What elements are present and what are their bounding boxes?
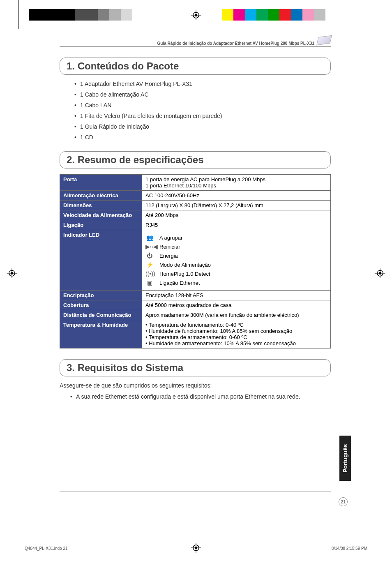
section-title-text: 3. Requisitos do Sistema [67, 362, 324, 374]
spec-label: Cobertura [60, 300, 142, 310]
footer-rule [60, 491, 331, 491]
spec-value: Aproximadamente 300M (varia em função do… [142, 310, 331, 320]
document-title: Guia Rápido de Iniciação do Adaptador Et… [60, 41, 331, 46]
cut-mark [18, 0, 18, 29]
section-heading-2: 2. Resumo de especificações [60, 151, 331, 168]
led-label: Ligação Ethernet [159, 280, 200, 286]
spec-label: Ligação [60, 220, 142, 230]
system-req-intro: Assegure-se de que são cumpridos os segu… [60, 382, 331, 389]
list-item: 1 CD [80, 134, 331, 141]
section-heading-1: 1. Conteúdos do Pacote [60, 58, 331, 75]
list-item: 1 Adaptador Ethernet AV HomePlug PL-X31 [80, 81, 331, 87]
table-row: Dimensões 112 (Largura) X 80 (Diâmetro) … [60, 201, 331, 210]
spec-label: Porta [60, 175, 142, 191]
spec-label: Indicador LED [60, 230, 142, 291]
spec-value-line: • Temperatura de funcionamento: 0-40 ºC [145, 322, 327, 328]
running-header: Guia Rápido de Iniciação do Adaptador Et… [60, 41, 331, 47]
page-content: Guia Rápido de Iniciação do Adaptador Et… [60, 37, 331, 404]
spec-value: 1 porta de energia AC para HomePlug a 20… [142, 175, 331, 191]
spec-value: • Temperatura de funcionamento: 0-40 ºC … [142, 320, 331, 348]
spec-value-line: 1 porta Ethernet 10/100 Mbps [145, 182, 327, 189]
registration-mark-icon [191, 542, 201, 553]
system-req-list: A sua rede Ethernet está configurada e e… [60, 393, 331, 401]
spec-label: Temperatura & Humidade [60, 320, 142, 348]
reset-icon: ▶○◀ [145, 243, 154, 250]
spec-value-line: • Temperatura de armazenamento: 0-60 ºC [145, 334, 327, 340]
spec-value: 112 (Largura) X 80 (Diâmetro) X 27,2 (Al… [142, 201, 331, 210]
spec-value: Até 5000 metros quadrados de casa [142, 300, 331, 310]
printer-colorbar-left [29, 9, 132, 21]
spec-value-line: 1 porta de energia AC para HomePlug a 20… [145, 176, 327, 182]
led-label: HomePlug 1.0 Detect [159, 271, 210, 277]
led-label: Reiniciar [159, 244, 180, 250]
spec-value: Encriptação 128-bit AES [142, 291, 331, 300]
table-row: Cobertura Até 5000 metros quadrados de c… [60, 300, 331, 310]
section-heading-3: 3. Requisitos do Sistema [60, 359, 331, 376]
ethernet-icon: ▣ [145, 279, 154, 286]
spec-label: Alimentação eléctrica [60, 191, 142, 201]
signal-icon: ((•)) [145, 270, 154, 277]
list-item: A sua rede Ethernet está configurada e e… [76, 393, 331, 401]
list-item: 1 Cabo de alimentação AC [80, 91, 331, 98]
table-row: Velocidade da Alimentação Até 200 Mbps [60, 210, 331, 220]
table-row: Encriptação Encriptação 128-bit AES [60, 291, 331, 300]
spec-label: Distância de Comunicação [60, 310, 142, 320]
section-title-text: 2. Resumo de especificações [67, 154, 324, 166]
led-label: Energia [159, 253, 178, 259]
package-contents-list: 1 Adaptador Ethernet AV HomePlug PL-X31 … [60, 81, 331, 141]
registration-mark-icon [191, 10, 201, 21]
language-tab: Português [339, 436, 351, 481]
lightning-icon: ⚡ [145, 261, 154, 268]
page-number: 21 [339, 497, 348, 506]
table-row: Ligação RJ45 [60, 220, 331, 230]
spec-value: RJ45 [142, 220, 331, 230]
section-title-text: 1. Conteúdos do Pacote [67, 60, 324, 72]
spec-value: AC 100-240V/50-60Hz [142, 191, 331, 201]
spec-value-line: • Humidade de funcionamento: 10% A 85% s… [145, 328, 327, 334]
spec-label: Dimensões [60, 201, 142, 210]
table-row: Distância de Comunicação Aproximadamente… [60, 310, 331, 320]
list-item: 1 Cabo LAN [80, 102, 331, 108]
led-label: A agrupar [159, 235, 182, 241]
led-label: Modo de Alimentação [159, 262, 211, 268]
spec-table: Porta 1 porta de energia AC para HomePlu… [60, 174, 331, 348]
registration-mark-icon [375, 268, 385, 279]
table-row: Porta 1 porta de energia AC para HomePlu… [60, 175, 331, 191]
footer-timestamp: 8/14/08 2:15:59 PM [332, 546, 367, 551]
spec-value-line: • Humidade de armazenamento: 10% A 85% s… [145, 340, 327, 346]
table-row: Indicador LED 👥A agrupar ▶○◀Reiniciar ⏻E… [60, 230, 331, 291]
power-icon: ⏻ [145, 252, 154, 259]
footer-filename: Q4044_PL-X31.indb 21 [25, 546, 68, 551]
spec-label: Velocidade da Alimentação [60, 210, 142, 220]
registration-mark-icon [7, 268, 17, 279]
group-icon: 👥 [145, 234, 154, 241]
table-row: Alimentação eléctrica AC 100-240V/50-60H… [60, 191, 331, 201]
table-row: Temperatura & Humidade • Temperatura de … [60, 320, 331, 348]
spec-value: Até 200 Mbps [142, 210, 331, 220]
spec-value: 👥A agrupar ▶○◀Reiniciar ⏻Energia ⚡Modo d… [142, 230, 331, 291]
list-item: 1 Guia Rápido de Iniciação [80, 123, 331, 130]
list-item: 1 Fita de Velcro (Para efeitos de montag… [80, 113, 331, 119]
printer-colorbar-right [222, 9, 325, 21]
spec-label: Encriptação [60, 291, 142, 300]
